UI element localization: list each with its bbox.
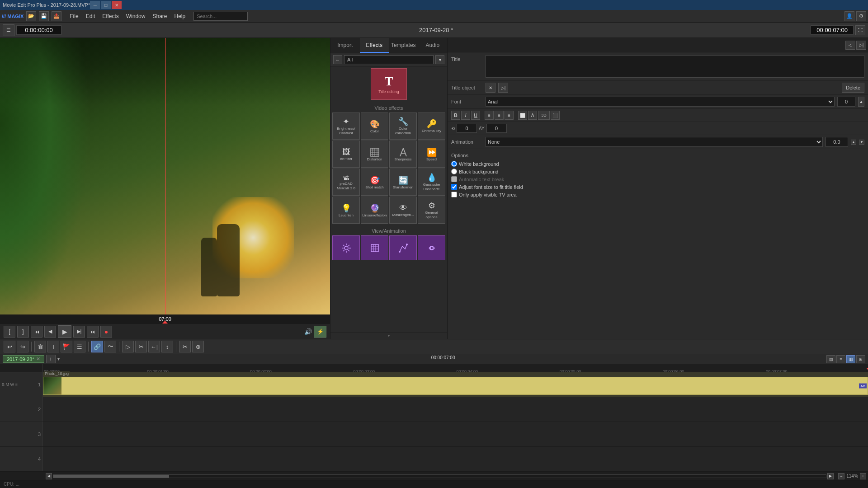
delete-clip-button[interactable]: 🗑 [34,341,46,352]
timeline-arrow-button[interactable]: ▾ [57,357,60,361]
scroll-right-btn[interactable]: ▶ [827,473,834,479]
timeline-view-btn-4[interactable]: ⊞ [856,355,865,363]
x-coord-input[interactable] [457,124,477,133]
effect-gaussian-blur[interactable]: 💧 Gaus'scheUnschärfe [418,169,445,196]
effect-mask[interactable]: 👁 Maskengen... [389,197,417,224]
timeline-view-btn-2[interactable]: ≡ [836,355,845,363]
effect-color-correction[interactable]: 🔧 Colorcorrection [389,113,417,140]
select-tool-button[interactable]: ▷ [122,341,134,352]
prev-scene-button[interactable]: ⏮ [31,326,42,338]
next-frame-button[interactable]: ▶| [73,326,85,338]
close-button[interactable]: ✕ [112,1,122,9]
open-file-icon[interactable]: 📂 [26,11,36,21]
insert-button[interactable]: ⊕ [192,341,204,352]
undo-button[interactable]: ↩ [4,341,15,352]
tab-effects[interactable]: Effects [360,38,389,53]
black-bg-radio[interactable] [451,169,457,174]
timeline-view-btn-3[interactable]: ▥ [846,355,855,363]
effect-lens-flare[interactable]: 🔮 Linsenreflexion [361,197,388,224]
title-object-nav-btn[interactable]: ▷| [498,83,508,93]
tab-templates[interactable]: Templates [389,38,418,53]
user-icon[interactable]: 👤 [844,11,854,21]
shadow-button[interactable]: ⬛ [551,111,560,120]
3d-button[interactable]: 3D [538,111,550,120]
effect-transform[interactable]: 🔄 Stansformen [389,169,417,196]
adjust-font-checkbox[interactable] [451,184,457,190]
font-select[interactable]: Arial [486,97,835,107]
effect-sharpness[interactable]: Sharpness [389,141,417,168]
trim-left-button[interactable]: ←| [148,341,160,352]
nav-back-button[interactable]: ← [333,55,342,64]
white-bg-radio[interactable] [451,161,457,167]
split-button[interactable]: ✂ [135,341,147,352]
timeline-view-btn-1[interactable]: ▤ [826,355,835,363]
visible-tv-checkbox[interactable] [451,192,457,197]
fullscreen-button[interactable]: ⛶ [855,25,865,35]
anim-up-btn[interactable]: ▲ [851,140,856,145]
next-scene-button[interactable]: ⏭ [87,326,99,338]
add-timeline-button[interactable]: + [46,355,56,363]
menu-window[interactable]: Window [123,12,149,20]
timeline-tab-close[interactable]: ✕ [36,356,40,362]
menu-share[interactable]: Share [149,12,170,20]
tab-import[interactable]: Import [330,38,360,53]
in-mark-button[interactable]: [ [4,326,15,338]
menu-help[interactable]: Help [171,12,189,20]
scroll-down-btn[interactable]: ▾ [330,333,447,339]
effect-color[interactable]: 🎨 Color [361,113,388,140]
prev-frame-button[interactable]: ◀ [44,326,56,338]
timeline-tab[interactable]: 2017-09-28* ✕ [3,355,44,363]
effect-art-filter[interactable]: 🖼 Art filter [332,141,360,168]
animation-amount-input[interactable] [826,137,848,147]
zoom-in-btn[interactable]: + [860,473,866,479]
effect-speed[interactable]: ⏩ Speed [418,141,445,168]
play-button[interactable]: ▶ [58,325,71,338]
anim-down-btn[interactable]: ▼ [859,140,864,145]
minimize-button[interactable]: ─ [90,1,100,9]
title-editing-item[interactable]: T Title editing [371,68,407,100]
font-size-up[interactable]: ▲ [858,97,864,107]
nav-dropdown-button[interactable]: ▾ [435,55,444,64]
effect-brightness[interactable]: ✦ Brightness/Contrast [332,113,360,140]
effect-chroma-key[interactable]: 🔑 Chroma key [418,113,445,140]
text-tool-button[interactable]: T [47,341,59,352]
title-text-input[interactable] [486,55,864,78]
search-input[interactable] [193,12,248,21]
text-color-button[interactable]: A [528,111,537,120]
underline-button[interactable]: U [471,111,480,120]
cut-button[interactable]: ✂ [179,341,191,352]
record-button[interactable]: ● [100,326,112,338]
export-icon[interactable]: 📤 [52,11,61,21]
menu-edit[interactable]: Edit [82,12,99,20]
align-left-button[interactable]: ≡ [485,111,494,120]
bold-button[interactable]: B [451,111,460,120]
title-object-x-btn[interactable]: ✕ [486,83,495,93]
italic-button[interactable]: I [461,111,470,120]
auto-break-checkbox[interactable] [451,176,457,182]
y-coord-input[interactable] [486,124,507,133]
curve-button[interactable]: 〜 [104,341,116,352]
timecode-left[interactable]: 0:00:00:00 [16,25,61,35]
zoom-button[interactable]: ⚡ [314,326,326,338]
timeline-scrollbar-track[interactable] [53,474,826,478]
settings-icon[interactable]: ⚙ [856,11,866,21]
panel-right-button[interactable]: ▷| [856,41,866,50]
panel-left-button[interactable]: ◁ [845,41,855,50]
delete-button[interactable]: Delete [842,83,864,93]
font-size-input[interactable] [837,97,855,107]
group-button[interactable]: ☰ [74,341,85,352]
save-icon[interactable]: 💾 [39,11,49,21]
media-clip-1[interactable]: AB [43,377,868,395]
menu-toggle-button[interactable]: ☰ [3,24,14,36]
redo-button[interactable]: ↪ [17,341,28,352]
anim-item-3[interactable] [389,235,417,260]
effect-shot-match[interactable]: 🎯 Shot match [361,169,388,196]
anim-item-1[interactable] [332,235,360,260]
maximize-button[interactable]: □ [101,1,111,9]
align-center-button[interactable]: ≡ [495,111,504,120]
link-button[interactable]: 🔗 [91,341,103,352]
effect-distortion[interactable]: Distortion [361,141,388,168]
effect-prodad[interactable]: 📽 proDADMercalli 2.0 [332,169,360,196]
menu-file[interactable]: File [66,12,82,20]
anim-item-4[interactable] [418,235,445,260]
